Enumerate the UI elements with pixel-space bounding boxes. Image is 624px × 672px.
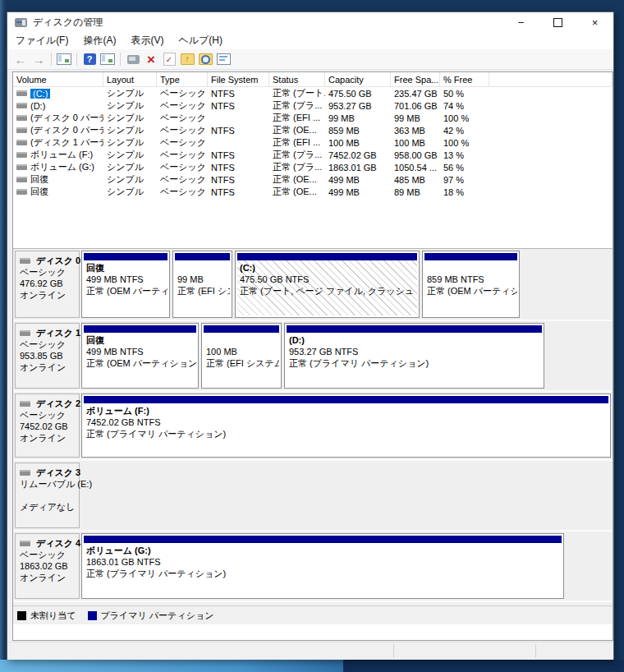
table-row[interactable]: 回復 シンプル ベーシック NTFS 正常 (OE... 499 MB 89 M… <box>13 186 613 198</box>
partition[interactable]: (D:)953.27 GB NTFS正常 (プライマリ パーティション) <box>284 323 544 389</box>
maximize-button[interactable] <box>539 12 576 32</box>
window-title: ディスクの管理 <box>33 16 103 30</box>
cell-type: ベーシック <box>157 99 208 112</box>
menu-action[interactable]: 操作(A) <box>76 34 123 48</box>
extend-volume-button[interactable]: ↑ <box>178 51 196 67</box>
table-row[interactable]: ボリューム (G:) シンプル ベーシック NTFS 正常 (プラ... 186… <box>13 161 613 173</box>
delete-volume-button[interactable]: × <box>142 51 160 67</box>
cell-capacity: 499 MB <box>325 175 391 185</box>
explore-button[interactable] <box>196 51 214 67</box>
cell-pctfree: 97 % <box>440 175 489 185</box>
help-button[interactable]: ? <box>80 51 99 67</box>
partition[interactable]: ボリューム (G:)1863.01 GB NTFS正常 (プライマリ パーティシ… <box>81 533 564 599</box>
table-row[interactable]: (C:) シンプル ベーシック NTFS 正常 (ブート... 475.50 G… <box>13 87 613 99</box>
disk-type: ベーシック <box>20 549 79 560</box>
column-header-pctfree[interactable]: % Free <box>440 72 489 86</box>
console-pane-button[interactable] <box>99 51 117 67</box>
cell-type: ベーシック <box>157 149 208 161</box>
partition-status: 正常 (OEM パーティション <box>427 285 515 297</box>
column-header-filesystem[interactable]: File System <box>208 72 269 86</box>
partition-status: 正常 (EFI システ <box>177 285 227 297</box>
cell-freespace: 99 MB <box>391 113 440 123</box>
back-icon: ← <box>15 53 27 66</box>
disk-info-panel[interactable]: ディスク 4 ベーシック 1863.02 GB オンライン <box>15 533 80 599</box>
partition-color-bar <box>84 253 167 260</box>
rescan-button[interactable] <box>124 51 142 67</box>
disk-name: ディスク 1 <box>36 327 80 338</box>
desktop-wallpaper-light <box>0 660 343 672</box>
delete-x-icon: × <box>147 53 155 67</box>
menu-view[interactable]: 表示(V) <box>123 34 171 48</box>
table-row[interactable]: ボリューム (F:) シンプル ベーシック NTFS 正常 (プラ... 745… <box>13 149 613 161</box>
disk-row: ディスク 2 ベーシック 7452.02 GB オンライン ボリューム (F:)… <box>13 392 613 461</box>
disk-type: ベーシック <box>20 409 79 421</box>
disk-info-panel[interactable]: ディスク 1 ベーシック 953.85 GB オンライン <box>15 323 80 389</box>
column-header-capacity[interactable]: Capacity <box>325 72 391 86</box>
disk-status: オンライン <box>20 289 79 301</box>
table-row[interactable]: (D:) シンプル ベーシック NTFS 正常 (プラ... 953.27 GB… <box>13 99 613 112</box>
partition[interactable]: 99 MB正常 (EFI システ <box>172 251 232 318</box>
cell-layout: シンプル <box>103 112 157 124</box>
disk-name: ディスク 4 <box>36 537 80 549</box>
menu-file[interactable]: ファイル(F) <box>7 34 76 48</box>
partition-title: (D:) <box>289 334 539 346</box>
legend-unallocated-label: 未割り当て <box>30 610 76 622</box>
cell-status: 正常 (OE... <box>269 186 325 198</box>
partition-c-selected[interactable]: (C:)475.50 GB NTFS正常 (ブート, ページ ファイル, クラッ… <box>235 251 420 318</box>
console-window-icon <box>57 53 71 65</box>
partition[interactable]: ボリューム (F:)7452.02 GB NTFS正常 (プライマリ パーティシ… <box>81 394 611 458</box>
close-button[interactable]: × <box>576 12 613 32</box>
table-row[interactable]: (ディスク 0 パーティシ... シンプル ベーシック NTFS 正常 (OE.… <box>13 124 613 136</box>
disk-icon <box>20 401 30 407</box>
disk-icon <box>20 258 30 264</box>
table-row[interactable]: (ディスク 1 パーティシ... シンプル ベーシック 正常 (EFI ... … <box>13 136 613 149</box>
disk-type: ベーシック <box>20 338 79 350</box>
partition[interactable]: 100 MB正常 (EFI システム パー <box>201 323 282 389</box>
back-button[interactable]: ← <box>11 51 30 67</box>
drive-icon <box>16 140 27 145</box>
disk-management-window: ディスクの管理 − × ファイル(F) 操作(A) 表示(V) ヘルプ(H) ←… <box>7 12 614 660</box>
minimize-icon: − <box>518 16 525 29</box>
disk-info-panel[interactable]: ディスク 3 リムーバブル (E:) メディアなし <box>15 463 80 528</box>
disk-row: ディスク 1 ベーシック 953.85 GB オンライン 回復499 MB NT… <box>13 321 613 392</box>
properties-button[interactable] <box>214 51 232 67</box>
column-header-volume[interactable]: Volume <box>13 72 103 86</box>
cell-freespace: 100 MB <box>391 138 440 148</box>
table-row[interactable]: (ディスク 0 パーティシ... シンプル ベーシック 正常 (EFI ... … <box>13 112 613 124</box>
disk-type: ベーシック <box>20 266 79 278</box>
partition-size: 499 MB NTFS <box>86 346 194 357</box>
cell-status: 正常 (OE... <box>269 124 325 136</box>
cell-capacity: 499 MB <box>325 187 391 197</box>
drive-icon <box>16 115 27 121</box>
show-console-tree-button[interactable] <box>55 51 73 67</box>
disk-name: ディスク 3 <box>36 467 80 478</box>
cell-status: 正常 (プラ... <box>269 161 325 173</box>
partition[interactable]: 回復499 MB NTFS正常 (OEM パーティシ <box>81 251 170 318</box>
table-row[interactable]: 回復 シンプル ベーシック NTFS 正常 (OE... 499 MB 485 … <box>13 173 613 186</box>
partition-status: 正常 (ブート, ページ ファイル, クラッシュ ダンプ, プライマ <box>240 285 415 297</box>
partition-title <box>206 334 277 346</box>
column-header-layout[interactable]: Layout <box>103 72 157 86</box>
cell-status: 正常 (プラ... <box>269 149 325 161</box>
window-controls: − × <box>502 12 613 32</box>
partition-size: 100 MB <box>206 346 277 357</box>
partition[interactable]: 859 MB NTFS正常 (OEM パーティション <box>422 251 520 318</box>
drive-icon <box>16 189 27 195</box>
partition-title: ボリューム (F:) <box>86 405 606 417</box>
disk-status: オンライン <box>20 361 79 373</box>
minimize-button[interactable]: − <box>502 12 539 32</box>
partition[interactable]: 回復499 MB NTFS正常 (OEM パーティション) <box>81 323 199 389</box>
disk-info-panel[interactable]: ディスク 0 ベーシック 476.92 GB オンライン <box>15 251 80 318</box>
partition-color-bar <box>287 325 542 333</box>
menu-help[interactable]: ヘルプ(H) <box>171 34 230 48</box>
title-bar[interactable]: ディスクの管理 − × <box>7 12 613 32</box>
legend-primary-label: プライマリ パーティション <box>101 610 214 622</box>
column-header-freespace[interactable]: Free Spa... <box>391 72 440 86</box>
column-header-type[interactable]: Type <box>157 72 208 86</box>
mark-active-button[interactable]: ✓ <box>160 51 178 67</box>
volume-name: (C:) <box>30 89 50 99</box>
forward-button[interactable]: → <box>30 51 48 67</box>
disk-info-panel[interactable]: ディスク 2 ベーシック 7452.02 GB オンライン <box>15 394 80 458</box>
cell-pctfree: 74 % <box>440 101 489 111</box>
column-header-status[interactable]: Status <box>269 72 325 86</box>
